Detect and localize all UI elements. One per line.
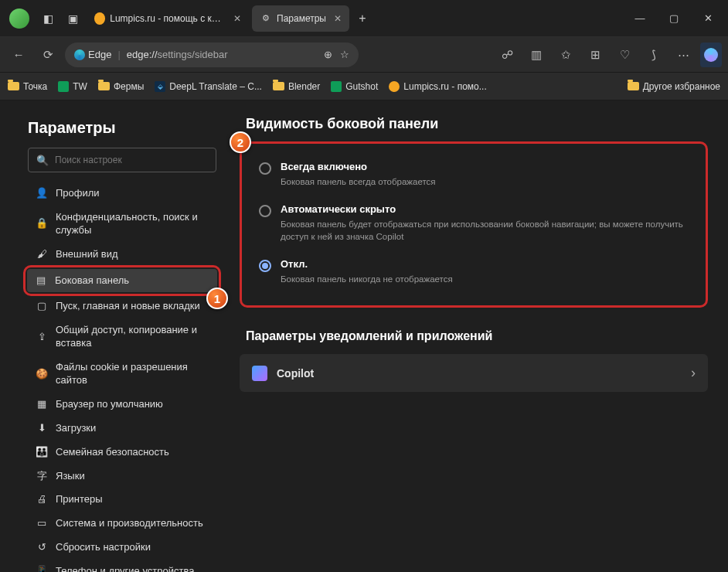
tab-lumpics[interactable]: Lumpics.ru - помощь с компью ✕ bbox=[87, 5, 249, 32]
toolbar: ← ⟳ Edge | edge://settings/sidebar ⊕ ☆ ☍… bbox=[0, 37, 728, 73]
nav-reset[interactable]: ↺Сбросить настройки bbox=[28, 536, 216, 560]
address-bar[interactable]: Edge | edge://settings/sidebar ⊕ ☆ bbox=[65, 43, 359, 67]
sidebar-title: Параметры bbox=[28, 119, 216, 137]
family-icon: 👪 bbox=[36, 446, 48, 458]
visibility-panel: 2 Всегда включено Боковая панель всегда … bbox=[240, 141, 708, 308]
folder-icon bbox=[98, 82, 110, 90]
radio-desc: Боковая панель будет отображаться при ис… bbox=[281, 218, 689, 243]
search-input[interactable] bbox=[55, 155, 208, 165]
callout-highlight-1: ▤Боковая панель 1 bbox=[23, 265, 221, 297]
radio-input[interactable] bbox=[259, 205, 271, 217]
nav-printers[interactable]: 🖨Принтеры bbox=[28, 488, 216, 512]
favicon-lumpics bbox=[389, 81, 400, 92]
maximize-button[interactable]: ▢ bbox=[657, 3, 691, 34]
search-icon[interactable]: ⊕ bbox=[324, 49, 332, 60]
lock-icon: 🔒 bbox=[36, 218, 48, 230]
tab-icon: ▢ bbox=[36, 301, 48, 313]
nav-share[interactable]: ⇪Общий доступ, копирование и вставка bbox=[28, 318, 216, 356]
bookmark-gutshot[interactable]: Gutshot bbox=[331, 81, 378, 92]
titlebar: ◧ ▣ Lumpics.ru - помощь с компью ✕ ⚙ Пар… bbox=[0, 0, 728, 37]
radio-desc: Боковая панель никогда не отображается bbox=[281, 273, 453, 285]
folder-icon bbox=[8, 82, 19, 90]
extensions-icon[interactable]: ☍ bbox=[495, 43, 519, 67]
bookmark-tochka[interactable]: Точка bbox=[8, 81, 47, 92]
vertical-tabs-icon[interactable]: ▣ bbox=[62, 8, 83, 29]
nav-privacy[interactable]: 🔒Конфиденциальность, поиск и службы bbox=[28, 206, 216, 243]
performance-icon[interactable]: ⟆ bbox=[641, 43, 666, 67]
callout-badge-2: 2 bbox=[230, 131, 251, 153]
radio-off[interactable]: Откл. Боковая панель никогда не отобража… bbox=[256, 250, 692, 293]
close-icon[interactable]: ✕ bbox=[334, 13, 342, 24]
copilot-button[interactable] bbox=[700, 43, 722, 67]
radio-input[interactable] bbox=[259, 162, 271, 175]
favicon-lumpics bbox=[94, 12, 105, 25]
radio-input[interactable] bbox=[259, 260, 271, 272]
settings-main: Видимость боковой панели 2 Всегда включе… bbox=[232, 100, 728, 572]
radio-label: Всегда включено bbox=[281, 161, 436, 172]
settings-nav: 👤Профили 🔒Конфиденциальность, поиск и сл… bbox=[28, 182, 216, 572]
nav-start[interactable]: ▢Пуск, главная и новые вкладки bbox=[28, 295, 216, 318]
edge-label: Edge bbox=[88, 49, 111, 60]
nav-appearance[interactable]: 🖌Внешний вид bbox=[28, 243, 216, 267]
copilot-icon bbox=[252, 366, 267, 381]
share-icon: ⇪ bbox=[36, 331, 48, 343]
section-visibility-title: Видимость боковой панели bbox=[240, 116, 708, 132]
close-icon[interactable]: ✕ bbox=[233, 13, 241, 24]
nav-sidebar[interactable]: ▤Боковая панель bbox=[27, 269, 217, 293]
language-icon: 字 bbox=[36, 470, 48, 482]
nav-downloads[interactable]: ⬇Загрузки bbox=[28, 417, 216, 441]
panel-icon: ▤ bbox=[35, 274, 47, 287]
bookmark-tw[interactable]: TW bbox=[58, 81, 87, 92]
reset-icon: ↺ bbox=[36, 542, 48, 554]
nav-phone[interactable]: 📱Телефон и другие устройства bbox=[28, 560, 216, 572]
copilot-icon bbox=[704, 48, 718, 62]
radio-label: Откл. bbox=[281, 258, 453, 270]
callout-badge-1: 1 bbox=[206, 288, 228, 309]
folder-icon bbox=[628, 82, 639, 90]
bookmark-blender[interactable]: Blender bbox=[273, 81, 320, 92]
search-icon: 🔍 bbox=[36, 155, 49, 166]
minimize-button[interactable]: — bbox=[623, 3, 657, 34]
radio-auto-hide[interactable]: Автоматически скрыто Боковая панель буде… bbox=[256, 196, 692, 250]
new-tab-button[interactable]: + bbox=[351, 7, 374, 30]
sheets-icon bbox=[331, 81, 342, 92]
phone-icon: 📱 bbox=[36, 566, 48, 572]
bookmarks-bar: Точка TW Фермы ⬙DeepL Translate – С... B… bbox=[0, 73, 728, 100]
section-notifications-title: Параметры уведомлений и приложений bbox=[246, 329, 708, 343]
profile-avatar[interactable] bbox=[9, 9, 29, 29]
nav-profiles[interactable]: 👤Профили bbox=[28, 182, 216, 206]
split-icon[interactable]: ▥ bbox=[524, 43, 549, 67]
settings-sidebar: Параметры 🔍 👤Профили 🔒Конфиденциальность… bbox=[0, 100, 232, 572]
heart-icon[interactable]: ♡ bbox=[612, 43, 637, 67]
search-input-wrap[interactable]: 🔍 bbox=[28, 148, 216, 172]
nav-default[interactable]: ▦Браузер по умолчанию bbox=[28, 393, 216, 417]
folder-icon bbox=[273, 82, 284, 90]
close-window-button[interactable]: ✕ bbox=[691, 3, 725, 34]
favorites-icon[interactable]: ✩ bbox=[553, 43, 578, 67]
bookmark-deepl[interactable]: ⬙DeepL Translate – С... bbox=[155, 81, 262, 92]
star-icon[interactable]: ☆ bbox=[340, 49, 349, 60]
paint-icon: 🖌 bbox=[36, 248, 48, 260]
tab-settings[interactable]: ⚙ Параметры ✕ bbox=[252, 5, 349, 32]
app-copilot-row[interactable]: Copilot › bbox=[240, 354, 708, 392]
nav-cookies[interactable]: 🍪Файлы cookie и разрешения сайтов bbox=[28, 356, 216, 393]
nav-family[interactable]: 👪Семейная безопасность bbox=[28, 441, 216, 465]
nav-system[interactable]: ▭Система и производительность bbox=[28, 512, 216, 536]
app-name: Copilot bbox=[277, 367, 314, 380]
bookmark-farms[interactable]: Фермы bbox=[98, 81, 144, 92]
bookmark-lumpics[interactable]: Lumpics.ru - помо... bbox=[389, 81, 486, 92]
bookmark-other[interactable]: Другое избранное bbox=[628, 81, 720, 92]
url-text: edge://settings/sidebar bbox=[127, 49, 228, 60]
chevron-right-icon: › bbox=[691, 365, 696, 381]
radio-always-on[interactable]: Всегда включено Боковая панель всегда от… bbox=[256, 153, 692, 196]
workspaces-icon[interactable]: ◧ bbox=[37, 8, 59, 29]
gear-icon: ⚙ bbox=[260, 12, 272, 25]
menu-icon[interactable]: ⋯ bbox=[671, 43, 696, 67]
refresh-button[interactable]: ⟳ bbox=[36, 43, 60, 67]
collections-icon[interactable]: ⊞ bbox=[583, 43, 607, 67]
back-button[interactable]: ← bbox=[6, 43, 31, 67]
download-icon: ⬇ bbox=[36, 422, 48, 434]
radio-label: Автоматически скрыто bbox=[281, 203, 689, 215]
nav-languages[interactable]: 字Языки bbox=[28, 465, 216, 489]
deepl-icon: ⬙ bbox=[155, 81, 165, 92]
